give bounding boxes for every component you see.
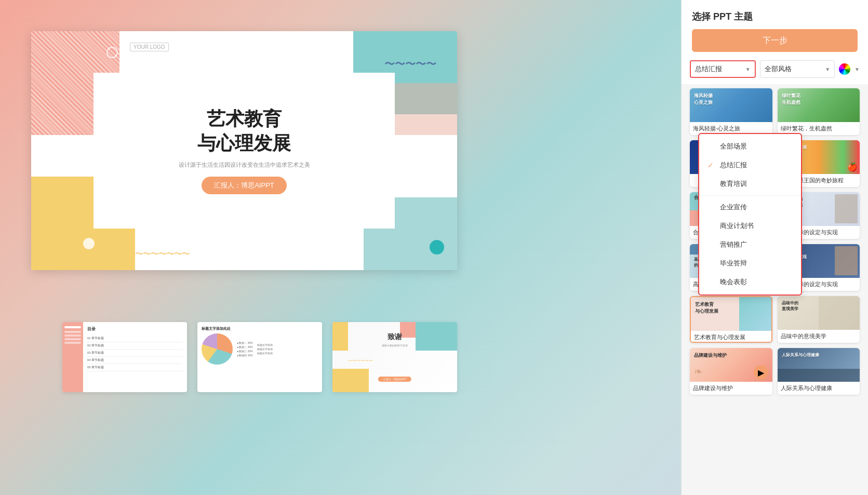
- slide-preview-area: 〜〜〜〜〜〜〜 〜〜〜〜〜 YOUR LOGO 艺术教育 与心理发展 设计源于生…: [31, 31, 457, 485]
- thumb3-yellow2: [332, 322, 348, 351]
- thumb-item-4: 04 章节标题: [87, 357, 183, 364]
- slide-subtitle: 设计源于生活生活因设计改变在生活中追求艺术之美: [179, 161, 310, 169]
- slide-content: 艺术教育 与心理发展 设计源于生活生活因设计改变在生活中追求艺术之美 汇报人：博…: [94, 73, 395, 229]
- theme-label-11: 品牌建设与维护: [690, 382, 772, 395]
- filter-row: 总结汇报 ▼ 全部场景 ✓ 总结汇报 教育培训: [682, 60, 868, 84]
- thumb3-btn: 汇报人：博思AIPPT: [378, 377, 411, 382]
- filter1-label: 总结汇报: [695, 64, 722, 74]
- theme-img-12: 人际关系与心理健康: [778, 348, 860, 382]
- dropdown-divider: [699, 195, 801, 196]
- thumb-title: 目录: [87, 326, 183, 332]
- dropdown-item-business[interactable]: 商业计划书: [699, 217, 801, 235]
- theme-card-10[interactable]: 品味中的意境美学 品味中的意境美学: [778, 296, 860, 343]
- theme-card-11[interactable]: 品牌建设与维护 ▶ ❧ 品牌建设与维护: [690, 348, 772, 395]
- theme-text-11: 品牌建设与维护: [694, 352, 727, 359]
- theme-text-9: 艺术教育与心理发展: [695, 301, 718, 314]
- theme-text-12: 人际关系与心理健康: [782, 352, 819, 358]
- theme-text-2: 绿叶繁花生机盎然: [782, 92, 800, 105]
- slide-title: 艺术教育 与心理发展: [197, 107, 291, 156]
- theme-card-9[interactable]: 艺术教育与心理发展 艺术教育与心理发展: [690, 296, 772, 343]
- thumbnail-1[interactable]: 目录 01 章节标题 02 章节标题 03 章节标题 04 章节标题 05 章节…: [62, 322, 187, 392]
- panel-top: 选择 PPT 主题 下一步 总结汇报 ▼ 全部场景 ✓ 总结汇: [682, 0, 868, 84]
- thumb3-yellow: [332, 369, 369, 392]
- filter2-label: 全部风格: [765, 64, 792, 74]
- theme-label-9: 艺术教育与心理发展: [691, 331, 771, 343]
- dropdown-item-edu[interactable]: 教育培训: [699, 175, 801, 193]
- filter1-dropdown: 全部场景 ✓ 总结汇报 教育培训 企业宣传: [698, 133, 802, 296]
- thumb3-zigzag: 〜〜〜〜〜〜: [348, 358, 373, 364]
- thumbnail-2[interactable]: 标题文字添加此处 ● 数据一 30% ● 数据二 30% ● 数据三 20% ●…: [197, 322, 322, 392]
- slide-logo: YOUR LOGO: [130, 43, 169, 51]
- theme-card-1[interactable]: 海风轻揚心灵之旅 海风轻揚·心灵之旅: [690, 88, 772, 135]
- filter1-arrow: ▼: [745, 66, 751, 72]
- circle-deco2: [339, 42, 351, 53]
- thumb3-subtext: 感谢大家的聆听与支持: [382, 344, 408, 347]
- circle-teal-deco: [430, 240, 444, 255]
- theme-img-10: 品味中的意境美学: [778, 296, 860, 330]
- color-picker[interactable]: [839, 63, 850, 75]
- thumb2-chart: [202, 333, 233, 365]
- theme-card-12[interactable]: 人际关系与心理健康 人际关系与心理健康: [778, 348, 860, 395]
- dropdown-item-marketing[interactable]: 营销推广: [699, 235, 801, 254]
- theme-card-2[interactable]: 绿叶繁花生机盎然 绿叶繁花，生机盎然: [778, 88, 860, 135]
- thumb-sidebar: [62, 322, 83, 392]
- dropdown-item-gala[interactable]: 晚会表彰: [699, 273, 801, 291]
- filter1-container: 总结汇报 ▼ 全部场景 ✓ 总结汇报 教育培训: [690, 60, 756, 78]
- main-slide: 〜〜〜〜〜〜〜 〜〜〜〜〜 YOUR LOGO 艺术教育 与心理发展 设计源于生…: [31, 31, 457, 270]
- next-button[interactable]: 下一步: [692, 29, 858, 52]
- thumb3-coral: [400, 322, 416, 338]
- thumb2-title: 标题文字添加此处: [197, 322, 322, 333]
- theme-img-2: 绿叶繁花生机盎然: [778, 88, 860, 122]
- dropdown-item-graduation[interactable]: 毕业答辩: [699, 254, 801, 273]
- dropdown-item-summary[interactable]: ✓ 总结汇报: [699, 156, 801, 175]
- filter2-select[interactable]: 全部风格 ▼: [760, 60, 835, 78]
- wavy-deco: 〜〜〜〜〜: [384, 57, 436, 71]
- theme-img-11: 品牌建设与维护 ▶ ❧: [690, 348, 772, 382]
- thumb-content: 目录 01 章节标题 02 章节标题 03 章节标题 04 章节标题 05 章节…: [83, 322, 187, 392]
- thumb2-content: ● 数据一 30% ● 数据二 30% ● 数据三 20% ● 数据四 20% …: [197, 333, 322, 365]
- thumbnails-row: 目录 01 章节标题 02 章节标题 03 章节标题 04 章节标题 05 章节…: [62, 322, 457, 392]
- slide-presenter-button[interactable]: 汇报人：博思AIPPT: [202, 177, 287, 194]
- theme-img-9: 艺术教育与心理发展: [691, 297, 771, 331]
- dropdown-item-all[interactable]: 全部场景: [699, 137, 801, 156]
- check-mark-icon: ✓: [707, 161, 716, 169]
- theme-text-10: 品味中的意境美学: [782, 300, 798, 312]
- thumb3-teal: [416, 322, 457, 351]
- thumb-item-2: 02 章节标题: [87, 342, 183, 350]
- panel-title: 选择 PPT 主题: [682, 0, 868, 29]
- circle-deco: [106, 47, 118, 58]
- filter1-select[interactable]: 总结汇报 ▼: [690, 60, 756, 78]
- theme-label-10: 品味中的意境美学: [778, 330, 860, 343]
- zigzag-deco: 〜〜〜〜〜〜〜: [135, 249, 190, 260]
- thumbnail-3[interactable]: 致谢 感谢大家的聆听与支持 汇报人：博思AIPPT 〜〜〜〜〜〜: [332, 322, 457, 392]
- circle-filled-deco: [83, 238, 95, 249]
- pink-patch: [395, 83, 457, 135]
- thumb2-text: ● 数据一 30% ● 数据二 30% ● 数据三 20% ● 数据四 20%: [237, 341, 253, 357]
- theme-img-1: 海风轻揚心灵之旅: [690, 88, 772, 122]
- theme-text-1: 海风轻揚心灵之旅: [694, 92, 713, 105]
- color-arrow: ▼: [854, 66, 860, 72]
- thumb-item-5: 05 章节标题: [87, 364, 183, 371]
- filter2-arrow: ▼: [825, 66, 830, 72]
- thumb-item-3: 03 章节标题: [87, 350, 183, 357]
- right-panel: 选择 PPT 主题 下一步 总结汇报 ▼ 全部场景 ✓ 总结汇: [681, 0, 868, 495]
- theme-label-12: 人际关系与心理健康: [778, 382, 860, 395]
- thumb3-title: 致谢: [388, 332, 402, 342]
- thumb-item-1: 01 章节标题: [87, 335, 183, 342]
- dropdown-item-company[interactable]: 企业宣传: [699, 198, 801, 217]
